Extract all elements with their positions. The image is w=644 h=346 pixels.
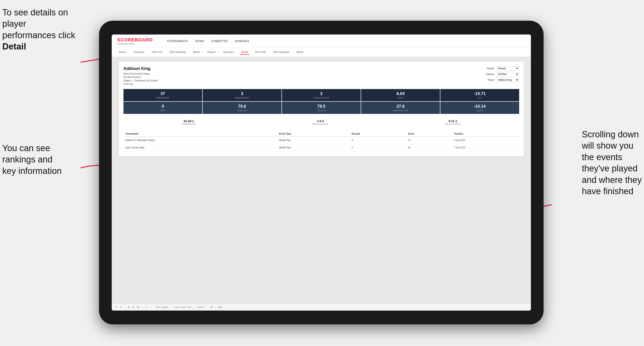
stat-sos-label: SoS <box>442 97 518 99</box>
toolbar-zoom-in[interactable]: ⊕ <box>128 306 130 308</box>
subnav-matrix[interactable]: Matrix <box>192 50 201 55</box>
player-name: Addison King <box>124 66 158 71</box>
stat-conference-rank: 3 Conference Rank <box>282 89 361 101</box>
col-score: Score <box>406 131 452 137</box>
cell-rounds-1: 2 <box>350 137 406 144</box>
subnav-h2h-heatmap[interactable]: H2H Heatmap <box>168 50 187 55</box>
tournament-table: Tournament Event Type Rounds Score Posit… <box>124 131 519 151</box>
subnav-h2h-heatmap2[interactable]: H2H Heatmap <box>272 50 291 55</box>
app-header: SCOREBOARD Powered by clippd TOURNAMENTS… <box>112 34 531 48</box>
stat-avg-score: 79.6 Avg Score <box>203 102 282 114</box>
cell-position-2: 7 out of 20 <box>452 144 519 151</box>
col-event-type: Event Type <box>277 131 350 137</box>
records-section: 91-20-1 Overall Record 1-5-0 Record vs t… <box>124 117 519 128</box>
stat-adj-score-value: 78.5 <box>283 104 359 109</box>
scoreboard-logo: SCOREBOARD Powered by clippd <box>117 37 153 45</box>
record-top50-value: 5-11-1 <box>445 119 461 123</box>
stat-regional-rank-value: 3 <box>204 91 280 96</box>
toolbar-undo-icon[interactable]: ↺ <box>116 306 117 308</box>
annotation-text-3c: the events <box>582 152 622 162</box>
annotation-text-2a: You can see <box>2 143 50 153</box>
stat-avg-score-label: Avg Score <box>204 109 280 112</box>
subnav-detail[interactable]: Detail <box>240 50 249 55</box>
stat-sos: -19.71 SoS <box>440 89 519 101</box>
subnav-teams[interactable]: Teams <box>117 50 127 55</box>
annotation-text-1: To see details on player performances cl… <box>2 7 75 40</box>
stat-conference-rank-value: 3 <box>283 91 359 96</box>
player-header: Addison King Mesa Community College NJCA… <box>124 66 519 86</box>
toolbar-share-icon: 🔗 <box>210 306 213 308</box>
tablet: SCOREBOARD Powered by clippd TOURNAMENTS… <box>99 21 544 324</box>
annotation-text-2b: rankings and <box>2 155 52 164</box>
player-select[interactable]: Addison King <box>496 78 519 82</box>
subnav-matrix2[interactable]: Matrix <box>295 50 305 55</box>
cell-event-type-1: Stroke Play <box>277 137 350 144</box>
col-rounds: Rounds <box>350 131 406 137</box>
subnav-players[interactable]: Players <box>206 50 217 55</box>
record-top50-label: Record vs top 50 <box>445 123 461 125</box>
table-row[interactable]: Lady Coyote Invite Stroke Play 2 16 7 ou… <box>124 144 519 151</box>
subnav-summary[interactable]: Summary <box>132 50 146 55</box>
player-division: NJCAA Division 1 <box>124 75 158 79</box>
stat-avg-sg-label: Avg SG <box>442 109 518 112</box>
nav-tournaments[interactable]: TOURNAMENTS <box>166 39 188 44</box>
subnav-h2h-grid2[interactable]: H2H Grid <box>254 50 267 55</box>
cell-tournament-1: Estella CC- Mountain Classic <box>124 137 277 144</box>
stat-sos-value: -19.71 <box>442 91 518 96</box>
cell-event-type-2: Stroke Play <box>277 144 350 151</box>
player-info: Addison King Mesa Community College NJCA… <box>124 66 158 86</box>
toolbar-sep-1: | <box>124 306 125 308</box>
col-tournament: Tournament <box>124 131 277 137</box>
annotation-text-3d: they've played <box>582 164 638 173</box>
toolbar-sep-3: | <box>150 306 151 308</box>
subnav-summary2[interactable]: Summary <box>222 50 236 55</box>
annotation-text-3e: and where they <box>582 175 642 185</box>
player-detail-card: Addison King Mesa Community College NJCA… <box>118 61 524 156</box>
record-overall-label: Overall Record <box>182 123 196 125</box>
nav-teams[interactable]: TEAMS <box>195 39 204 44</box>
division-label: Division <box>486 73 494 75</box>
stat-regional-rank: 3 Regional Rank <box>203 89 282 101</box>
toolbar-save-custom[interactable]: Save Custom View <box>172 305 193 309</box>
toolbar-watch[interactable]: Watch ▾ <box>196 305 206 309</box>
stat-wins: 0 Wins <box>124 102 202 114</box>
player-region: Region 1 - Southwest (18) District <box>124 79 158 82</box>
stat-avg-score-value: 79.6 <box>204 104 280 109</box>
record-overall: 91-20-1 Overall Record <box>182 119 196 125</box>
cell-score-2: 16 <box>406 144 452 151</box>
stat-national-rank: 37 National Rank <box>124 89 202 101</box>
stat-adj-score: 78.5 Adj Score <box>282 102 361 114</box>
toolbar-zoom-out[interactable]: ⊖ <box>132 306 134 308</box>
toolbar-fit[interactable]: ⊞ <box>137 306 139 308</box>
record-top25: 1-5-0 Record vs top 25 <box>312 119 328 125</box>
record-top25-label: Record vs top 25 <box>312 123 328 125</box>
annotation-text-3b: will show you <box>582 141 634 151</box>
stat-points-value: 6.04 <box>362 91 438 96</box>
content-area: Addison King Mesa Community College NJCA… <box>112 57 531 304</box>
annotation-text-3a: Scrolling down <box>582 130 639 139</box>
gender-select[interactable]: Women <box>496 66 519 71</box>
record-overall-value: 91-20-1 <box>182 119 196 123</box>
toolbar-clock-icon: 🕐 <box>145 306 148 308</box>
stat-wins-label: Wins <box>125 109 201 112</box>
bottom-toolbar: ↺ ↻ | ⊕ ⊖ ⊞ | 🕐 | View: Original Save Cu… <box>112 304 531 311</box>
cell-tournament-2: Lady Coyote Invite <box>124 144 277 151</box>
cell-position-1: 4 out of 20 <box>452 137 519 144</box>
col-position: Position <box>452 131 519 137</box>
player-year: First Year <box>124 82 158 86</box>
stat-points: 6.04 Points <box>361 89 440 101</box>
annotation-text-2c: key information <box>2 166 62 176</box>
division-select[interactable]: NJCAA I <box>496 72 519 76</box>
toolbar-view-original[interactable]: View: Original <box>154 305 170 309</box>
table-row[interactable]: Estella CC- Mountain Classic Stroke Play… <box>124 137 519 144</box>
toolbar-share[interactable]: Share <box>216 305 224 309</box>
toolbar-sep-2: | <box>142 306 142 308</box>
toolbar-redo-icon[interactable]: ↻ <box>120 306 122 308</box>
subnav-h2h-grid[interactable]: H2H Grid <box>150 50 164 55</box>
division-row: Division NJCAA I <box>486 72 519 76</box>
stat-national-rank-label: National Rank <box>125 97 201 99</box>
stat-national-rank-value: 37 <box>125 91 201 96</box>
nav-rankings[interactable]: RANKINGS <box>235 39 249 44</box>
stat-avg-par: 27.8 Avg Score to Par <box>361 102 440 114</box>
nav-committee[interactable]: COMMITTEE <box>211 39 228 44</box>
